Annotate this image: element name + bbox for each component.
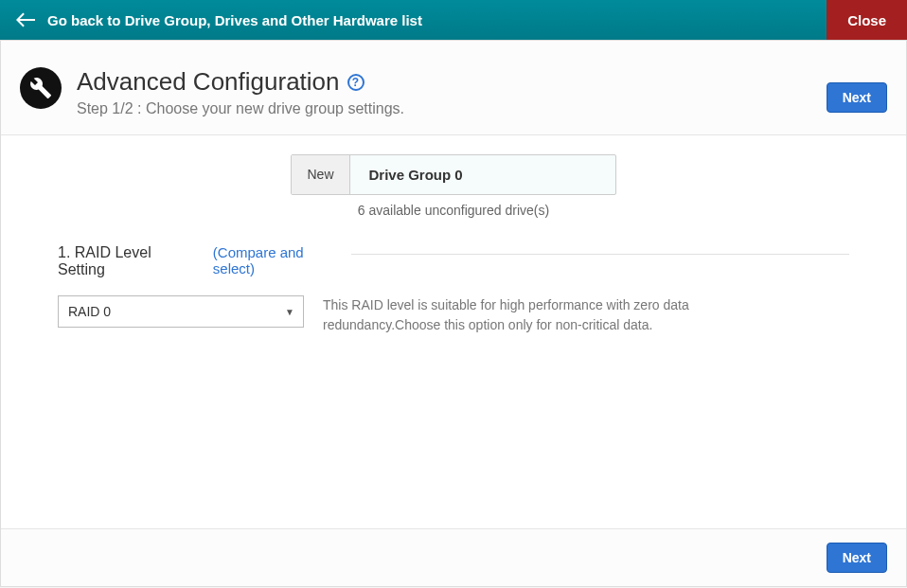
available-drives-text: 6 available unconfigured drive(s) bbox=[58, 203, 849, 218]
footer-section: Next bbox=[1, 528, 906, 586]
content-section: New Drive Group 0 6 available unconfigur… bbox=[1, 135, 906, 528]
header-section: Advanced Configuration ? Step 1/2 : Choo… bbox=[1, 41, 906, 135]
drive-group-container: New Drive Group 0 bbox=[291, 154, 615, 195]
main-container: Advanced Configuration ? Step 1/2 : Choo… bbox=[0, 40, 907, 587]
raid-row: RAID 0 ▼ This RAID level is suitable for… bbox=[58, 295, 849, 335]
next-button-header[interactable]: Next bbox=[827, 82, 887, 113]
back-button[interactable]: Go back to Drive Group, Drives and Other… bbox=[0, 12, 827, 28]
page-subtitle: Step 1/2 : Choose your new drive group s… bbox=[77, 100, 827, 117]
raid-section: 1. RAID Level Setting (Compare and selec… bbox=[58, 244, 849, 278]
top-bar: Go back to Drive Group, Drives and Other… bbox=[0, 0, 907, 40]
drive-group-box: New Drive Group 0 bbox=[58, 154, 849, 195]
raid-label-column: 1. RAID Level Setting (Compare and selec… bbox=[58, 244, 332, 278]
back-arrow-icon bbox=[15, 12, 36, 27]
raid-level-select[interactable]: RAID 0 bbox=[58, 295, 304, 328]
help-icon[interactable]: ? bbox=[347, 74, 365, 91]
raid-description: This RAID level is suitable for high per… bbox=[323, 295, 739, 335]
page-title-row: Advanced Configuration ? bbox=[77, 67, 827, 97]
section-divider bbox=[351, 254, 849, 255]
raid-section-label: 1. RAID Level Setting bbox=[58, 244, 185, 278]
page-title: Advanced Configuration bbox=[77, 67, 340, 97]
back-text: Go back to Drive Group, Drives and Other… bbox=[47, 12, 422, 28]
header-text: Advanced Configuration ? Step 1/2 : Choo… bbox=[77, 67, 827, 117]
wrench-icon bbox=[20, 67, 62, 109]
compare-select-link[interactable]: (Compare and select) bbox=[213, 244, 332, 276]
raid-select-wrapper: RAID 0 ▼ bbox=[58, 295, 304, 328]
next-button-footer[interactable]: Next bbox=[827, 543, 887, 573]
close-button[interactable]: Close bbox=[827, 0, 907, 40]
drive-group-name: Drive Group 0 bbox=[350, 155, 615, 194]
drive-group-new-badge: New bbox=[292, 155, 349, 194]
